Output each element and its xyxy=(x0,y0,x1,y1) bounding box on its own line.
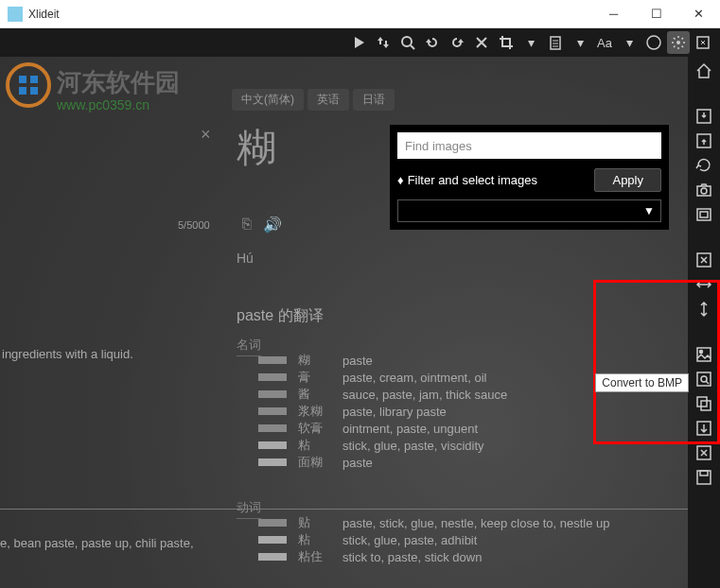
svg-rect-17 xyxy=(697,397,707,406)
width-icon[interactable] xyxy=(693,274,715,295)
zoom-icon[interactable] xyxy=(396,31,419,54)
screen-icon[interactable] xyxy=(693,204,715,225)
svg-rect-13 xyxy=(697,348,711,361)
svg-point-9 xyxy=(701,188,707,194)
main-character: 糊 xyxy=(237,121,276,174)
svg-rect-11 xyxy=(700,212,708,217)
dropdown-arrow-icon[interactable]: ▾ xyxy=(569,31,591,54)
clipboard-icon[interactable] xyxy=(544,31,567,54)
svg-point-5 xyxy=(8,64,49,106)
dict-row: 贴paste, stick, glue, nestle, keep close … xyxy=(258,514,610,531)
delete-icon[interactable] xyxy=(470,31,493,54)
filter-label: ♦Filter and select images xyxy=(397,173,587,187)
dict-row: 膏paste, cream, ointment, oil xyxy=(258,369,507,386)
expand-icon[interactable] xyxy=(692,31,714,54)
rotate-left-icon[interactable] xyxy=(421,31,444,54)
svg-point-0 xyxy=(402,37,412,46)
close-button[interactable]: ✕ xyxy=(677,0,720,28)
paste-examples: e, bean paste, paste up, chili paste, xyxy=(0,536,194,550)
action-icons: ⎘ 🔊 xyxy=(242,216,282,233)
char-counter: 5/5000 xyxy=(178,219,210,231)
dict-row: 软膏ointment, paste, unguent xyxy=(258,420,507,437)
search-panel: Find images ♦Filter and select images Ap… xyxy=(390,125,669,230)
convert-bmp-icon[interactable] xyxy=(693,418,715,439)
dict-row: 酱sauce, paste, jam, thick sauce xyxy=(258,386,507,403)
close-icon[interactable]: × xyxy=(201,125,211,145)
app-icon xyxy=(8,7,23,22)
window-controls: ─ ☐ ✕ xyxy=(592,0,720,28)
minimize-button[interactable]: ─ xyxy=(592,0,635,28)
main-toolbar: ▾ ▾ Aa ▾ xyxy=(0,28,720,57)
tab-english[interactable]: 英语 xyxy=(307,89,349,111)
svg-rect-10 xyxy=(697,209,711,220)
right-sidebar xyxy=(688,57,720,588)
divider xyxy=(0,509,688,510)
svg-point-14 xyxy=(700,351,703,354)
dict-row: 粘stick, glue, paste, viscidity xyxy=(258,437,507,454)
chevron-down-icon: ▼ xyxy=(643,204,655,217)
maximize-button[interactable]: ☐ xyxy=(635,0,677,28)
window-title: Xlideit xyxy=(28,8,592,21)
language-tabs: 中文(简体) 英语 日语 xyxy=(232,89,395,111)
save-icon[interactable] xyxy=(693,467,715,488)
dropdown-arrow-icon[interactable]: ▾ xyxy=(618,31,641,54)
copy-icon[interactable]: ⎘ xyxy=(242,216,252,233)
speaker-icon[interactable]: 🔊 xyxy=(263,216,282,233)
content-area: 河东软件园 www.pc0359.cn 中文(简体) 英语 日语 × 5/500… xyxy=(0,57,688,588)
ingredients-text: ingredients with a liquid. xyxy=(2,347,133,361)
apply-button[interactable]: Apply xyxy=(594,168,661,192)
translation-section-title: paste 的翻译 xyxy=(237,306,324,326)
text-icon[interactable]: Aa xyxy=(593,31,616,54)
dropdown-arrow-icon[interactable]: ▾ xyxy=(519,31,542,54)
watermark-url: www.pc0359.cn xyxy=(57,97,149,112)
verb-table: 贴paste, stick, glue, nestle, keep close … xyxy=(258,514,610,565)
image-search-icon[interactable] xyxy=(693,369,715,389)
settings-icon[interactable] xyxy=(667,31,690,54)
noun-table: 糊paste 膏paste, cream, ointment, oil 酱sau… xyxy=(258,352,507,471)
tab-japanese[interactable]: 日语 xyxy=(353,89,395,111)
crop-icon[interactable] xyxy=(495,31,518,54)
svg-point-2 xyxy=(647,36,660,49)
camera-icon[interactable] xyxy=(693,180,715,200)
dict-row: 粘stick, glue, paste, adhibit xyxy=(258,531,610,548)
sort-icon[interactable] xyxy=(372,31,395,54)
import-icon[interactable] xyxy=(693,130,715,151)
rotate-icon[interactable] xyxy=(693,250,715,270)
dict-row: 粘住stick to, paste, stick down xyxy=(258,548,610,565)
dict-row: 面糊paste xyxy=(258,454,507,471)
image-format-icon[interactable] xyxy=(693,344,715,365)
height-icon[interactable] xyxy=(693,299,715,320)
home-icon[interactable] xyxy=(693,61,715,81)
filter-dropdown[interactable]: ▼ xyxy=(397,199,661,222)
tab-chinese[interactable]: 中文(简体) xyxy=(232,89,304,111)
export-icon[interactable] xyxy=(693,106,715,127)
dict-row: 浆糊paste, library paste xyxy=(258,403,507,420)
watermark-logo-icon xyxy=(5,61,52,109)
layers-icon[interactable] xyxy=(693,393,715,414)
titlebar: Xlideit ─ ☐ ✕ xyxy=(0,0,720,28)
svg-rect-21 xyxy=(697,471,711,484)
play-icon[interactable] xyxy=(347,31,370,54)
svg-point-3 xyxy=(676,41,680,44)
refresh-icon[interactable] xyxy=(693,155,715,176)
pinyin-text: Hú xyxy=(237,251,254,266)
sort-icon: ♦ xyxy=(397,173,404,187)
image-x-icon[interactable] xyxy=(693,442,715,463)
search-input[interactable]: Find images xyxy=(397,132,661,159)
rotate-right-icon[interactable] xyxy=(446,31,468,54)
tooltip: Convert to BMP xyxy=(595,373,689,392)
help-icon[interactable] xyxy=(642,31,665,54)
watermark-text: 河东软件园 xyxy=(57,66,180,99)
svg-rect-22 xyxy=(700,471,708,476)
dict-row: 糊paste xyxy=(258,352,507,369)
svg-rect-18 xyxy=(701,401,711,410)
